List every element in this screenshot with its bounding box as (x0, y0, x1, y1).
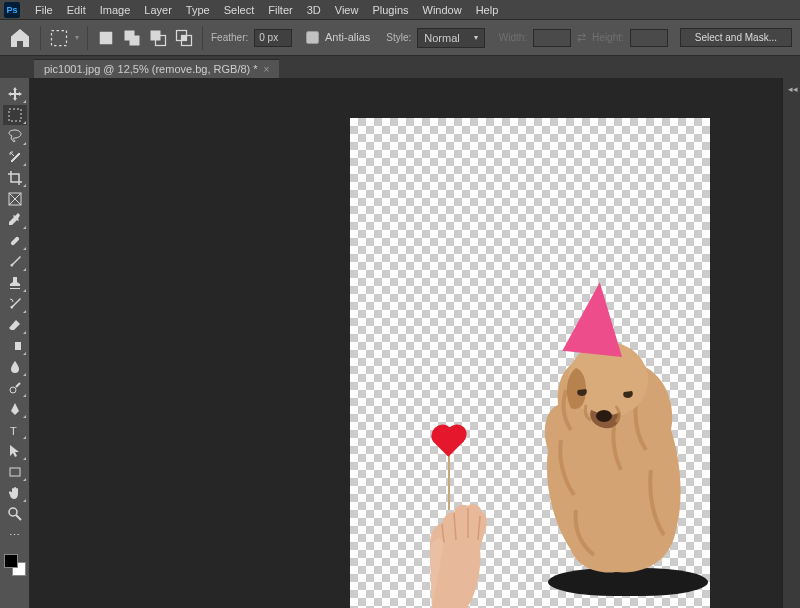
tool-stamp[interactable] (3, 273, 27, 293)
antialias-checkbox-label: Anti-alias (306, 31, 370, 45)
tool-type[interactable]: T (3, 420, 27, 440)
document-canvas[interactable] (350, 118, 710, 608)
menu-layer[interactable]: Layer (137, 0, 179, 19)
width-input (533, 29, 571, 47)
tool-brush[interactable] (3, 252, 27, 272)
foreground-color-swatch[interactable] (4, 554, 18, 568)
expand-panel-icon[interactable]: ◂◂ (788, 84, 798, 94)
tool-healing[interactable] (3, 231, 27, 251)
menu-filter[interactable]: Filter (261, 0, 299, 19)
menu-file[interactable]: File (28, 0, 60, 19)
svg-rect-9 (9, 109, 21, 121)
tool-dodge[interactable] (3, 378, 27, 398)
tools-panel: T ⋯ (0, 78, 30, 608)
document-tab-title: pic1001.jpg @ 12,5% (remove.bg, RGB/8) * (44, 63, 258, 75)
svg-rect-8 (182, 35, 187, 40)
menu-view[interactable]: View (328, 0, 366, 19)
tool-edit-toolbar[interactable]: ⋯ (3, 525, 27, 545)
svg-line-17 (16, 383, 20, 387)
document-tab[interactable]: pic1001.jpg @ 12,5% (remove.bg, RGB/8) *… (34, 59, 279, 78)
width-label: Width: (499, 32, 527, 43)
height-input (630, 29, 668, 47)
tool-wand[interactable] (3, 147, 27, 167)
svg-rect-19 (10, 468, 20, 476)
selection-add-icon[interactable] (122, 28, 142, 48)
tool-zoom[interactable] (3, 504, 27, 524)
color-swatches[interactable] (4, 554, 26, 576)
feather-label: Feather: (211, 32, 248, 43)
image-heart-stick (448, 452, 450, 510)
tool-blur[interactable] (3, 357, 27, 377)
feather-input[interactable] (254, 29, 292, 47)
svg-rect-1 (100, 31, 113, 44)
marquee-icon[interactable] (49, 28, 69, 48)
select-and-mask-button[interactable]: Select and Mask... (680, 28, 792, 47)
svg-point-16 (10, 387, 16, 393)
svg-rect-15 (9, 342, 15, 350)
transparency-grid (350, 118, 710, 608)
svg-text:T: T (10, 425, 17, 437)
svg-point-23 (596, 410, 612, 422)
image-party-hat (562, 279, 629, 357)
svg-line-21 (16, 515, 21, 520)
menu-help[interactable]: Help (469, 0, 506, 19)
swap-icon: ⇄ (577, 31, 586, 44)
tool-lasso[interactable] (3, 126, 27, 146)
menu-3d[interactable]: 3D (300, 0, 328, 19)
style-label: Style: (386, 32, 411, 43)
tool-path-select[interactable] (3, 441, 27, 461)
tool-eyedropper[interactable] (3, 210, 27, 230)
menu-window[interactable]: Window (416, 0, 469, 19)
menu-edit[interactable]: Edit (60, 0, 93, 19)
tool-crop[interactable] (3, 168, 27, 188)
menu-select[interactable]: Select (217, 0, 262, 19)
tool-rectangle[interactable] (3, 462, 27, 482)
svg-point-20 (9, 508, 17, 516)
height-label: Height: (592, 32, 624, 43)
tool-hand[interactable] (3, 483, 27, 503)
tool-frame[interactable] (3, 189, 27, 209)
canvas-workspace: ◂◂ (30, 78, 800, 608)
home-button[interactable] (8, 26, 32, 50)
separator (87, 26, 88, 50)
selection-new-icon[interactable] (96, 28, 116, 48)
app-logo: Ps (4, 2, 20, 18)
tool-move[interactable] (3, 84, 27, 104)
separator (40, 26, 41, 50)
tool-gradient[interactable] (3, 336, 27, 356)
selection-subtract-icon[interactable] (148, 28, 168, 48)
svg-rect-0 (52, 30, 67, 45)
close-tab-icon[interactable]: × (264, 64, 270, 75)
menu-type[interactable]: Type (179, 0, 217, 19)
document-tab-bar: pic1001.jpg @ 12,5% (remove.bg, RGB/8) *… (0, 56, 800, 78)
tool-eraser[interactable] (3, 315, 27, 335)
options-bar: ▾ Feather: Anti-alias Style: Normal▾ Wid… (0, 20, 800, 56)
tool-history-brush[interactable] (3, 294, 27, 314)
dropdown-caret[interactable]: ▾ (75, 33, 79, 42)
tool-pen[interactable] (3, 399, 27, 419)
image-dog (516, 320, 696, 580)
separator (202, 26, 203, 50)
tool-marquee[interactable] (3, 105, 27, 125)
svg-rect-13 (10, 236, 20, 246)
style-select[interactable]: Normal▾ (417, 28, 484, 48)
menu-plugins[interactable]: Plugins (365, 0, 415, 19)
menu-bar: Ps File Edit Image Layer Type Select Fil… (0, 0, 800, 20)
menu-image[interactable]: Image (93, 0, 138, 19)
right-collapsed-panel[interactable]: ◂◂ (782, 78, 800, 608)
svg-rect-3 (130, 35, 140, 45)
selection-intersect-icon[interactable] (174, 28, 194, 48)
